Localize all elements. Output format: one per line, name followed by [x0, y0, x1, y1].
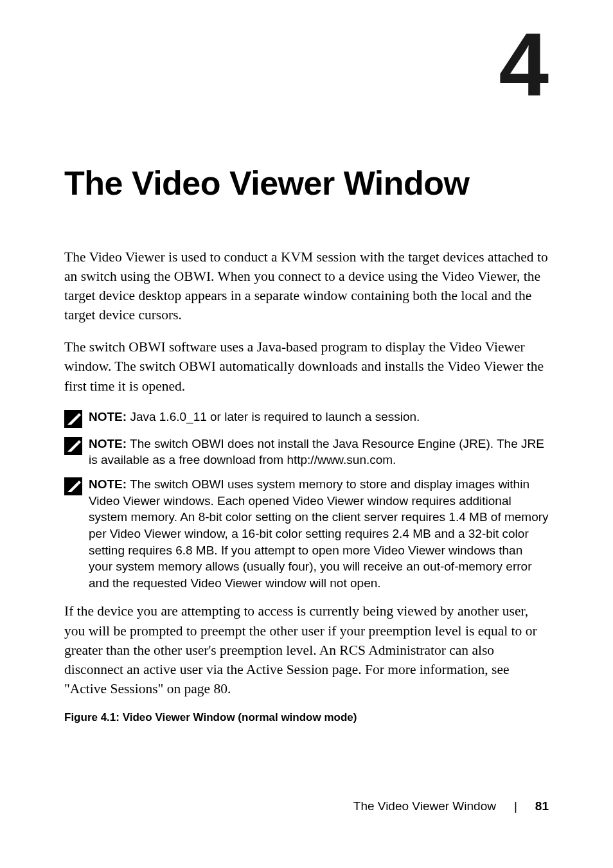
page-title: The Video Viewer Window [64, 164, 549, 202]
body-paragraph-2: The switch OBWI software uses a Java-bas… [64, 337, 549, 395]
note-content-2: The switch OBWI does not install the Jav… [89, 437, 544, 467]
note-label: NOTE: [89, 477, 127, 491]
note-text-2: NOTE: The switch OBWI does not install t… [89, 436, 549, 468]
pencil-note-icon [64, 477, 82, 495]
note-content-1: Java 1.6.0_11 or later is required to la… [127, 410, 420, 423]
body-paragraph-1: The Video Viewer is used to conduct a KV… [64, 247, 549, 324]
pencil-note-icon [64, 437, 82, 455]
note-text-1: NOTE: Java 1.6.0_11 or later is required… [89, 409, 420, 425]
figure-caption: Figure 4.1: Video Viewer Window (normal … [64, 711, 549, 724]
pencil-note-icon [64, 410, 82, 428]
body-paragraph-3: If the device you are attempting to acce… [64, 601, 549, 698]
note-label: NOTE: [89, 437, 127, 450]
footer-section-name: The Video Viewer Window [353, 799, 496, 813]
note-block-2: NOTE: The switch OBWI does not install t… [64, 436, 549, 468]
note-label: NOTE: [89, 410, 127, 423]
note-text-3: NOTE: The switch OBWI uses system memory… [89, 476, 549, 591]
page-footer: The Video Viewer Window | 81 [353, 799, 549, 813]
note-content-3: The switch OBWI uses system memory to st… [89, 477, 549, 590]
footer-divider: | [514, 799, 517, 813]
chapter-number: 4 [499, 13, 549, 117]
page-number: 81 [535, 799, 549, 813]
note-block-3: NOTE: The switch OBWI uses system memory… [64, 476, 549, 591]
note-block-1: NOTE: Java 1.6.0_11 or later is required… [64, 409, 549, 428]
